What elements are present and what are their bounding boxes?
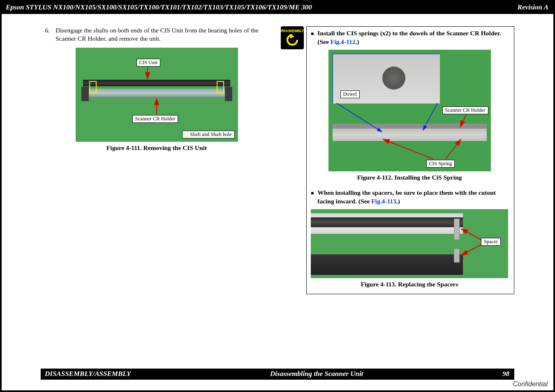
- figure-4-112-caption: Figure 4-112. Installing the CiS Spring: [311, 174, 508, 181]
- label-scanner-cr-holder: Scanner CR Holder: [132, 115, 178, 123]
- svg-line-7: [383, 139, 433, 159]
- label-cis-unit: CIS Unit: [136, 59, 161, 67]
- right-column: REASSEMBLY ■ Install the CIS springs (x2…: [281, 26, 514, 294]
- svg-line-8: [446, 139, 461, 159]
- bullet-2-text: When installing the spacers, be sure to …: [317, 189, 508, 206]
- confidential-label: Confidential: [2, 380, 553, 390]
- label-cis-spring: CIS Spring: [426, 160, 455, 168]
- reassembly-box: ■ Install the CIS springs (x2) to the do…: [306, 26, 514, 294]
- step-text: Disengage the shafts on both ends of the…: [56, 26, 273, 43]
- step-number: 6.: [41, 26, 50, 43]
- reassembly-text: REASSEMBLY: [281, 29, 303, 33]
- bullet-1: ■ Install the CIS springs (x2) to the do…: [311, 29, 508, 46]
- bullet-2: ■ When installing the spacers, be sure t…: [311, 189, 508, 206]
- figure-4-111: CIS Unit Scanner CR Holder Shaft and Sha…: [76, 48, 238, 142]
- footer-bar: DISASSEMBLY/ASSEMBLY Disassembling the S…: [41, 369, 514, 380]
- svg-line-9: [461, 229, 481, 240]
- link-fig-4-112[interactable]: Fig.4-112: [331, 38, 356, 45]
- reassembly-icon: REASSEMBLY: [281, 26, 304, 49]
- footer-section: DISASSEMBLY/ASSEMBLY: [45, 370, 131, 378]
- figure-4-111-caption: Figure 4-111. Removing the CIS Unit: [41, 144, 273, 152]
- figure-4-113: Spacer: [311, 209, 508, 278]
- bullet-square-icon-2: ■: [311, 190, 314, 196]
- step-6: 6. Disengage the shafts on both ends of …: [41, 26, 273, 43]
- doc-title: Epson STYLUS NX100/NX105/SX100/SX105/TX1…: [6, 3, 312, 12]
- content-area: 6. Disengage the shafts on both ends of …: [2, 15, 553, 294]
- label-shaft: Shaft and Shaft hole: [182, 131, 235, 138]
- label-dowel: Dowel: [340, 90, 360, 98]
- header-bar: Epson STYLUS NX100/NX105/SX100/SX105/TX1…: [2, 2, 553, 15]
- figure-4-112: Dowel: [328, 50, 491, 171]
- link-fig-4-113[interactable]: Fig.4-113: [371, 198, 396, 205]
- label-spacer: Spacer: [481, 238, 501, 246]
- revision: Revision A: [518, 3, 548, 12]
- page: Epson STYLUS NX100/NX105/SX100/SX105/TX1…: [0, 0, 555, 392]
- footer: DISASSEMBLY/ASSEMBLY Disassembling the S…: [2, 369, 553, 390]
- label-scanner-cr-holder-r: Scanner CR Holder: [442, 106, 488, 114]
- footer-page: 98: [502, 370, 509, 378]
- left-column: 6. Disengage the shafts on both ends of …: [41, 26, 273, 294]
- figure-4-113-caption: Figure 4-113. Replacing the Spacers: [311, 281, 508, 288]
- svg-line-10: [461, 244, 481, 255]
- footer-subsection: Disassembling the Scanner Unit: [270, 370, 363, 378]
- bullet-1-text: Install the CIS springs (x2) to the dowe…: [317, 29, 508, 46]
- bullet-square-icon: ■: [311, 30, 314, 37]
